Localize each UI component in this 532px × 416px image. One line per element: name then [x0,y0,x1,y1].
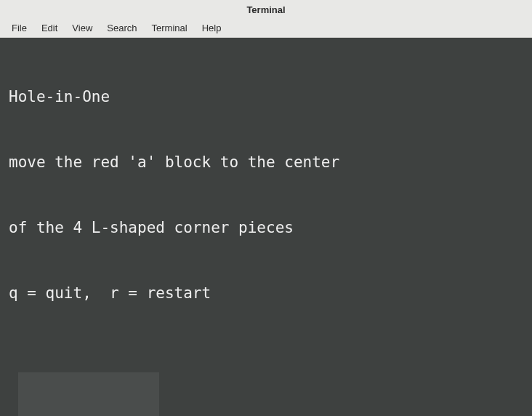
game-instruction-2: of the 4 L-shaped corner pieces [9,217,525,239]
menu-search[interactable]: Search [100,20,144,36]
menubar: File Edit View Search Terminal Help [0,19,532,38]
game-board-background: #######bbcc##b c##d e##ddee## aa ## aa #… [18,372,159,416]
menu-help[interactable]: Help [195,20,229,36]
window-title: Terminal [246,4,285,15]
menu-terminal[interactable]: Terminal [145,20,195,36]
window-titlebar: Terminal [0,0,532,19]
game-instruction-1: move the red 'a' block to the center [9,151,525,173]
menu-file[interactable]: File [4,20,34,36]
game-keys: q = quit, r = restart [9,282,525,304]
game-title: Hole-in-One [9,86,525,108]
menu-edit[interactable]: Edit [34,20,65,36]
terminal-output[interactable]: Hole-in-One move the red 'a' block to th… [0,38,532,416]
menu-view[interactable]: View [65,20,100,36]
